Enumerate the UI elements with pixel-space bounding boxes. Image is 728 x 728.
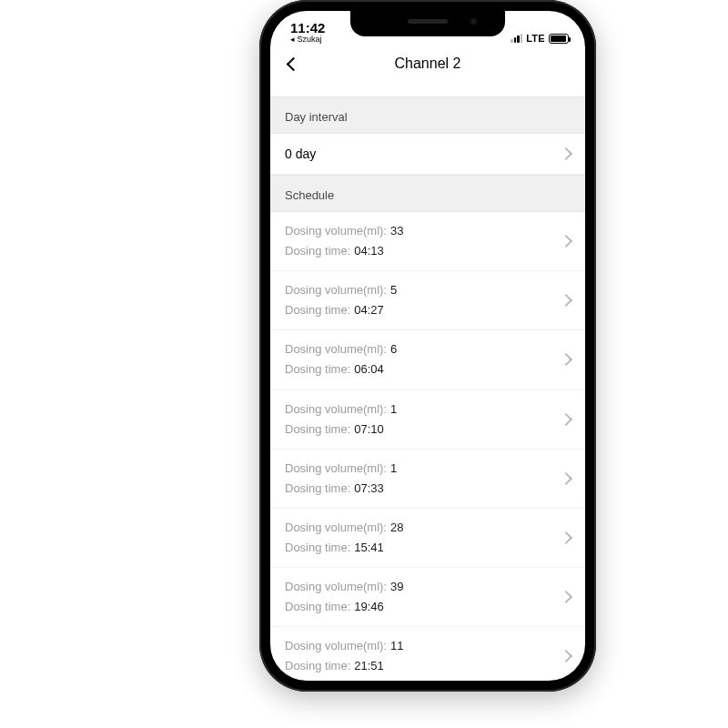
volume-label: Dosing volume(ml): bbox=[285, 224, 387, 238]
schedule-row[interactable]: Dosing volume(ml):6Dosing time:06:04 bbox=[270, 330, 585, 389]
battery-icon bbox=[549, 34, 569, 44]
schedule-text: Dosing volume(ml):39Dosing time:19:46 bbox=[285, 577, 403, 617]
schedule-row[interactable]: Dosing volume(ml):28Dosing time:15:41 bbox=[270, 509, 585, 568]
schedule-text: Dosing volume(ml):5Dosing time:04:27 bbox=[285, 280, 397, 320]
day-interval-value: 0 day bbox=[285, 147, 316, 161]
status-back-app[interactable]: ◂ Szukaj bbox=[290, 35, 325, 44]
time-label: Dosing time: bbox=[285, 600, 350, 613]
volume-value: 1 bbox=[390, 461, 397, 475]
chevron-right-icon bbox=[560, 353, 572, 366]
schedule-row[interactable]: Dosing volume(ml):11Dosing time:21:51 bbox=[270, 627, 585, 681]
status-time: 11:42 bbox=[290, 21, 325, 35]
schedule-text: Dosing volume(ml):11Dosing time:21:51 bbox=[285, 636, 403, 676]
nav-bar: Channel 2 bbox=[270, 46, 585, 82]
schedule-row[interactable]: Dosing volume(ml):1Dosing time:07:33 bbox=[270, 450, 585, 509]
time-label: Dosing time: bbox=[285, 481, 350, 495]
time-label: Dosing time: bbox=[285, 422, 350, 436]
time-label: Dosing time: bbox=[285, 303, 350, 317]
volume-label: Dosing volume(ml): bbox=[285, 461, 387, 475]
volume-label: Dosing volume(ml): bbox=[285, 639, 387, 652]
time-label: Dosing time: bbox=[285, 541, 350, 554]
volume-label: Dosing volume(ml): bbox=[285, 402, 387, 416]
page-title: Channel 2 bbox=[395, 56, 461, 72]
time-label: Dosing time: bbox=[285, 659, 350, 672]
time-value: 21:51 bbox=[354, 659, 384, 672]
volume-label: Dosing volume(ml): bbox=[285, 521, 387, 534]
volume-value: 5 bbox=[390, 283, 397, 297]
time-value: 19:46 bbox=[354, 600, 384, 613]
time-value: 07:33 bbox=[354, 481, 384, 495]
signal-bars-icon bbox=[511, 34, 522, 43]
volume-value: 6 bbox=[390, 342, 397, 356]
volume-label: Dosing volume(ml): bbox=[285, 342, 387, 356]
volume-value: 28 bbox=[390, 521, 403, 534]
schedule-row[interactable]: Dosing volume(ml):5Dosing time:04:27 bbox=[270, 271, 585, 330]
chevron-right-icon bbox=[560, 294, 572, 307]
time-value: 04:27 bbox=[354, 303, 384, 317]
chevron-right-icon bbox=[560, 235, 572, 248]
time-value: 07:10 bbox=[354, 422, 384, 436]
volume-label: Dosing volume(ml): bbox=[285, 580, 387, 593]
schedule-text: Dosing volume(ml):28Dosing time:15:41 bbox=[285, 518, 403, 558]
volume-value: 11 bbox=[390, 639, 403, 652]
volume-label: Dosing volume(ml): bbox=[285, 283, 387, 297]
schedule-text: Dosing volume(ml):6Dosing time:06:04 bbox=[285, 339, 397, 379]
time-value: 15:41 bbox=[354, 541, 384, 554]
time-value: 04:13 bbox=[354, 244, 384, 258]
section-header-interval: Day interval bbox=[270, 96, 585, 134]
chevron-right-icon bbox=[560, 591, 572, 603]
volume-value: 39 bbox=[390, 580, 403, 593]
chevron-right-icon bbox=[560, 650, 572, 662]
chevron-right-icon bbox=[560, 472, 572, 485]
schedule-list: Dosing volume(ml):33Dosing time:04:13Dos… bbox=[270, 212, 585, 681]
notch bbox=[350, 11, 505, 36]
time-value: 06:04 bbox=[354, 362, 384, 376]
volume-value: 1 bbox=[390, 402, 397, 416]
back-button[interactable] bbox=[283, 54, 303, 74]
screen: 11:42 ◂ Szukaj LTE Channel 2 Day interva… bbox=[270, 11, 585, 681]
chevron-right-icon bbox=[560, 147, 572, 160]
phone-frame: 11:42 ◂ Szukaj LTE Channel 2 Day interva… bbox=[259, 0, 596, 692]
network-label: LTE bbox=[526, 33, 545, 44]
schedule-row[interactable]: Dosing volume(ml):1Dosing time:07:10 bbox=[270, 390, 585, 450]
schedule-text: Dosing volume(ml):1Dosing time:07:10 bbox=[285, 399, 397, 440]
schedule-row[interactable]: Dosing volume(ml):33Dosing time:04:13 bbox=[270, 212, 585, 271]
chevron-right-icon bbox=[560, 531, 572, 544]
time-label: Dosing time: bbox=[285, 244, 350, 258]
time-label: Dosing time: bbox=[285, 362, 350, 376]
day-interval-row[interactable]: 0 day bbox=[270, 134, 585, 175]
schedule-text: Dosing volume(ml):1Dosing time:07:33 bbox=[285, 459, 397, 499]
schedule-text: Dosing volume(ml):33Dosing time:04:13 bbox=[285, 221, 403, 261]
section-header-schedule: Schedule bbox=[270, 175, 585, 212]
volume-value: 33 bbox=[390, 224, 403, 238]
schedule-row[interactable]: Dosing volume(ml):39Dosing time:19:46 bbox=[270, 568, 585, 627]
scroll-area[interactable]: Day interval 0 day Schedule Dosing volum… bbox=[270, 82, 585, 681]
chevron-right-icon bbox=[560, 413, 572, 426]
